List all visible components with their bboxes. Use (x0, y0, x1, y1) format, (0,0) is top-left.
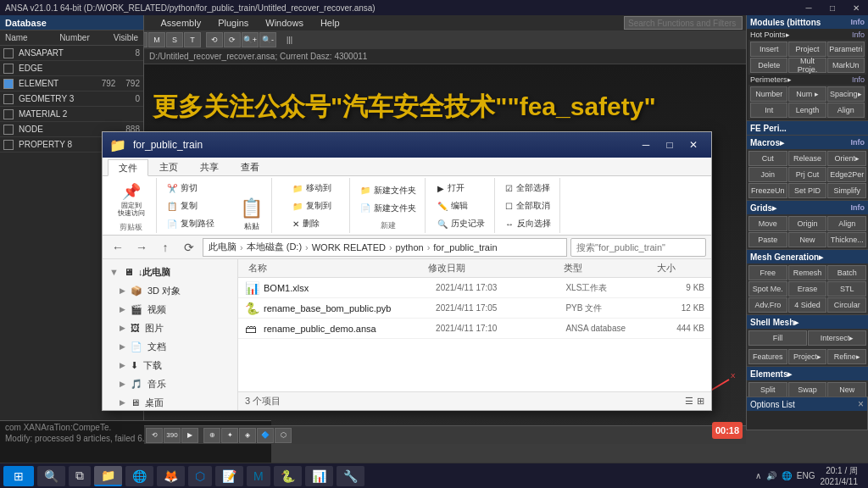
btb-btn-7[interactable]: 🔷 (257, 428, 274, 443)
rp-btn-release[interactable]: Release (788, 151, 827, 166)
rp-info-grids[interactable]: Info (851, 203, 865, 212)
db-row-geometry[interactable]: GEOMETRY 3 0 (0, 92, 143, 107)
fe-file-row-bom[interactable]: 📊 BOM1.xlsx 2021/4/11 17:03 XLS工作表 9 KB (238, 278, 711, 298)
fe-sidebar-item-docs[interactable]: ▶ 📄 文档 (103, 337, 237, 356)
fe-close-button[interactable]: ✕ (682, 136, 704, 154)
rp-btn-orient[interactable]: Orient▸ (827, 151, 866, 166)
fe-rb-btn-history[interactable]: 🔍 历史记录 (434, 215, 488, 232)
fe-forward-button[interactable]: → (131, 238, 152, 257)
fe-tab-share[interactable]: 共享 (189, 158, 230, 175)
maximize-button[interactable]: □ (821, 0, 844, 15)
rp-btn-4sided[interactable]: 4 Sided (788, 297, 827, 313)
db-check-node[interactable] (3, 125, 14, 135)
rp-btn-batch[interactable]: Batch (827, 265, 866, 280)
fe-back-button[interactable]: ← (108, 238, 128, 257)
fe-sidebar-item-music[interactable]: ▶ 🎵 音乐 (103, 374, 237, 393)
rp-perimeters[interactable]: Perimeters▸ (750, 75, 792, 84)
db-row-material[interactable]: MATERIAL 2 (0, 107, 143, 122)
db-row-element[interactable]: ELEMENT 792 792 (0, 76, 143, 92)
rp-btn-edge2per[interactable]: Edge2Per (827, 167, 866, 182)
fe-bc-folder[interactable]: for_public_train (433, 242, 497, 252)
rp-btn-join[interactable]: Join (748, 167, 787, 182)
rp-btn-nummore[interactable]: Num ▸ (788, 86, 826, 102)
fe-rb-btn-invertselect[interactable]: ↔ 反向选择 (502, 215, 554, 232)
tb-btn-10[interactable]: S (166, 32, 183, 47)
rp-btn-paste[interactable]: Paste (748, 232, 787, 247)
taskbar-python[interactable]: 🐍 (274, 466, 302, 486)
rp-btn-features[interactable]: Features (748, 349, 787, 364)
taskbar-vscode[interactable]: ⬡ (188, 466, 212, 486)
tray-expand[interactable]: ∧ (755, 471, 761, 480)
tray-volume-icon[interactable]: 🔊 (766, 471, 776, 480)
fe-file-row-ansa[interactable]: 🗃 rename_public_demo.ansa 2021/4/11 17:1… (238, 319, 711, 339)
tb-btn-11[interactable]: T (184, 32, 201, 47)
fe-sidebar-item-pictures[interactable]: ▶ 🖼 图片 (103, 319, 237, 337)
fe-rb-btn-copy[interactable]: 📋 复制 (164, 197, 235, 214)
fe-sidebar-item-downloads[interactable]: ▶ ⬇ 下载 (103, 356, 237, 374)
fe-rb-btn-selectall[interactable]: ☑ 全部选择 (502, 180, 554, 197)
taskbar-clock[interactable]: 20:1 / 周 2021/4/11 (821, 465, 859, 487)
rp-btn-spacing[interactable]: Spacing▸ (827, 86, 865, 102)
rp-btn-split[interactable]: Split (748, 382, 787, 397)
menu-windows[interactable]: Windows (262, 15, 307, 30)
fe-rb-btn-cut[interactable]: ✂️ 剪切 (164, 180, 235, 197)
fe-maximize-button[interactable]: □ (659, 136, 681, 154)
rp-btn-multproj[interactable]: Mult Proje. (788, 58, 826, 73)
taskbar-ansa[interactable]: 🔧 (337, 466, 364, 486)
btb-btn-1[interactable]: ⟲ (146, 428, 163, 443)
rp-btn-projectmore[interactable]: Project▸ (788, 349, 827, 364)
fe-view-list-icon[interactable]: ☰ (685, 396, 693, 407)
rp-btn-swap[interactable]: Swap (788, 382, 827, 397)
rp-info-perimeters[interactable]: Info (852, 75, 865, 84)
tray-network-icon[interactable]: 🌐 (782, 471, 792, 480)
fe-rb-btn-selectnone[interactable]: ☐ 全部取消 (502, 197, 554, 214)
fe-rb-btn-edit[interactable]: ✏️ 编辑 (434, 197, 471, 214)
rp-btn-move[interactable]: Move (748, 216, 787, 231)
rp-info-modules[interactable]: Info (851, 18, 865, 26)
tb-btn-zoom-out[interactable]: 🔍- (259, 32, 276, 47)
rp-btn-intersect[interactable]: Intersect▸ (808, 330, 866, 346)
fe-bc-workrelated[interactable]: WORK RELATED (312, 242, 386, 252)
rp-btn-advfro[interactable]: Adv.Fro (748, 297, 787, 313)
rp-btn-align-p[interactable]: Align (827, 103, 865, 118)
btb-btn-2[interactable]: 390 (164, 428, 181, 443)
btb-btn-4[interactable]: ⊕ (203, 428, 220, 443)
fe-tab-file[interactable]: 文件 (108, 159, 148, 176)
db-check-property[interactable] (3, 140, 14, 150)
fe-rb-btn-newitem[interactable]: 📄 新建文件夹 (357, 200, 420, 217)
fe-bc-computer[interactable]: 此电脑 (209, 241, 236, 253)
rp-btn-circular[interactable]: Circular (827, 297, 866, 313)
taskbar-fileexplorer[interactable]: 📁 (94, 466, 122, 486)
rp-btn-free[interactable]: Free (748, 265, 787, 280)
tb-btn-13[interactable]: ⟳ (224, 32, 241, 47)
db-row-edge[interactable]: EDGE (0, 61, 143, 76)
db-check-element[interactable] (3, 79, 14, 89)
fe-tab-view[interactable]: 查看 (230, 158, 270, 175)
rp-btn-spotme[interactable]: Spot Me. (748, 281, 787, 297)
rp-btn-fill[interactable]: Fill (748, 330, 807, 346)
fe-rb-btn-copypath[interactable]: 📄 复制路径 (164, 215, 235, 232)
menu-plugins[interactable]: Plugins (214, 15, 252, 30)
taskbar-excel[interactable]: 📊 (305, 466, 333, 486)
fe-col-type[interactable]: 类型 (560, 259, 654, 278)
rp-btn-erase[interactable]: Erase (788, 281, 827, 297)
taskbar-firefox[interactable]: 🦊 (157, 466, 185, 486)
fe-col-date[interactable]: 修改日期 (425, 259, 561, 278)
rp-btn-freezeun[interactable]: FreezeUn (748, 183, 787, 198)
fe-minimize-button[interactable]: ─ (635, 136, 657, 154)
taskbar-matlab[interactable]: M (247, 466, 270, 486)
fe-breadcrumb[interactable]: 此电脑 › 本地磁盘 (D:) › WORK RELATED › python … (203, 238, 567, 257)
db-check-edge[interactable] (3, 64, 14, 74)
fe-rb-btn-deletefile[interactable]: ✕ 删除 (289, 215, 323, 232)
fe-up-button[interactable]: ↑ (155, 238, 175, 257)
btb-btn-6[interactable]: ◈ (239, 428, 256, 443)
rp-btn-number[interactable]: Number (750, 86, 787, 102)
taskbar-edge[interactable]: 🌐 (125, 466, 153, 486)
btb-btn-3[interactable]: ▶ (181, 428, 198, 443)
options-list-close[interactable]: × (858, 398, 864, 410)
rp-btn-refine[interactable]: Refine▸ (827, 349, 866, 364)
fe-col-size[interactable]: 大小 (654, 259, 704, 278)
rp-btn-prjcut[interactable]: Prj Cut (788, 167, 827, 182)
rp-btn-stl[interactable]: STL (827, 281, 866, 297)
fe-rb-btn-quickaccess[interactable]: 📌 固定到快速访问 (114, 180, 148, 220)
